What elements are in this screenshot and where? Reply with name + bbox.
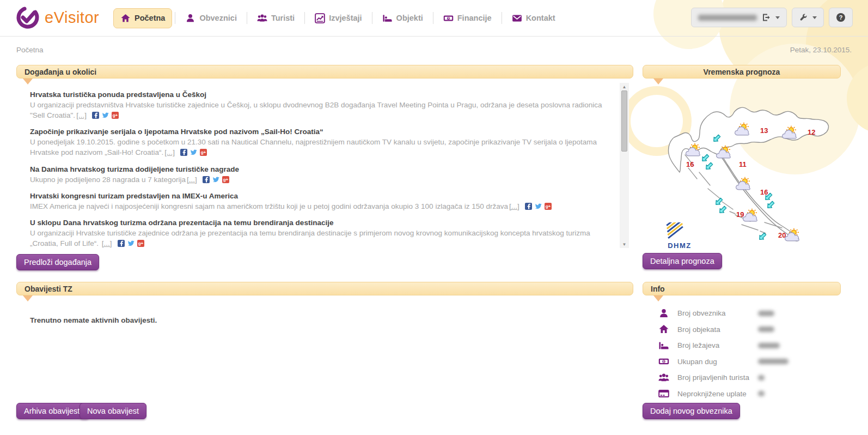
news-more-link[interactable]: [...] [164, 148, 175, 156]
logout-icon [762, 13, 771, 22]
googleplus-icon[interactable] [112, 112, 119, 119]
nav-item-label: Početna [135, 14, 165, 22]
settings-menu-button[interactable] [792, 8, 824, 27]
nav-separator [304, 12, 305, 24]
main-nav: PočetnaObvezniciTuristiIzvještajiObjekti… [113, 0, 563, 36]
nav-item-label: Izvještaji [329, 14, 362, 22]
news-item-title[interactable]: Na Danima hrvatskog turizma dodijeljene … [30, 165, 612, 173]
blurred-value [758, 327, 774, 332]
dhmz-logo: DHMZ [665, 222, 694, 250]
facebook-icon[interactable] [180, 149, 187, 156]
twitter-icon[interactable] [212, 176, 219, 183]
chart-icon [315, 13, 325, 23]
suggest-events-button[interactable]: Predloži događanja [16, 254, 99, 270]
twitter-icon[interactable] [535, 203, 542, 210]
news-item-title[interactable]: Hrvatska turistička ponuda predstavljena… [30, 90, 612, 99]
googleplus-icon[interactable] [545, 203, 552, 210]
weather-panel-title: Vremenska prognoza [704, 68, 780, 76]
notices-panel-header: Obavijesti TZ [16, 282, 633, 295]
blurred-value [758, 311, 774, 316]
news-more-link[interactable]: [...] [102, 239, 112, 247]
user-menu-button[interactable] [691, 8, 787, 27]
nav-item-label: Obveznici [199, 14, 237, 22]
news-item: Hrvatski kongresni turizam predstavljen … [30, 192, 612, 212]
dhmz-logo-text: DHMZ [668, 241, 692, 250]
notices-empty-message: Trenutno nemate aktivnih obavijesti. [30, 316, 157, 324]
info-panel-header: Info [643, 282, 841, 295]
scrollbar-thumb[interactable] [621, 90, 627, 152]
info-rows: Broj obveznikaBroj objekataBroj ležajeva… [658, 305, 838, 402]
evisitor-logo[interactable]: eVisitor [15, 5, 99, 30]
nav-item-objekti[interactable]: Objekti [375, 8, 430, 28]
detailed-forecast-button[interactable]: Detaljna prognoza [643, 253, 722, 269]
help-button[interactable] [829, 8, 853, 27]
googleplus-icon[interactable] [200, 149, 207, 156]
news-more-link[interactable]: [...] [76, 111, 87, 119]
temperature-label: 19 [736, 210, 744, 219]
sun-cloud-icon [736, 177, 750, 190]
news-item-title[interactable]: U sklopu Dana hrvatskog turizma održana … [30, 219, 612, 227]
nav-item-izvjestaji[interactable]: Izvještaji [308, 8, 369, 28]
nav-separator [372, 12, 372, 24]
info-row-label: Broj prijavljenih turista [677, 373, 758, 382]
news-list: Hrvatska turistička ponuda predstavljena… [30, 90, 612, 256]
blurred-value [758, 343, 780, 348]
news-more-link[interactable]: [...] [509, 202, 519, 210]
temperature-label: 13 [760, 126, 768, 135]
info-row: Broj ležajeva [658, 337, 838, 354]
nav-item-pocetna[interactable]: Početna [113, 8, 172, 28]
current-date: Petak, 23.10.2015. [790, 46, 852, 54]
facebook-icon[interactable] [203, 176, 210, 183]
evisitor-logo-text: eVisitor [45, 9, 99, 27]
panel-pointer [23, 295, 33, 301]
nav-separator [502, 12, 502, 24]
nav-item-label: Objekti [396, 14, 423, 22]
scroll-up-arrow[interactable]: ▲ [622, 83, 627, 90]
twitter-icon[interactable] [127, 240, 135, 247]
nav-item-label: Financije [457, 14, 492, 22]
facebook-icon[interactable] [92, 112, 99, 119]
group-icon [658, 372, 670, 383]
news-item: Hrvatska turistička ponuda predstavljena… [30, 90, 612, 120]
share-icons [203, 176, 229, 183]
panel-pointer [653, 78, 663, 84]
news-more-link[interactable]: [...] [187, 176, 197, 184]
scroll-down-arrow[interactable]: ▼ [622, 240, 627, 248]
facebook-icon[interactable] [118, 240, 125, 247]
group-icon [257, 13, 267, 23]
panel-pointer [23, 78, 33, 84]
googleplus-icon[interactable] [137, 240, 144, 247]
news-scrollbar[interactable]: ▲ ▼ [620, 83, 629, 248]
dhmz-logo-icon [665, 222, 694, 241]
sun-cloud-icon [743, 209, 757, 221]
breadcrumb[interactable]: Početna [16, 46, 44, 54]
googleplus-icon[interactable] [222, 176, 229, 183]
nav-item-obveznici[interactable]: Obveznici [178, 8, 244, 28]
blurred-value [758, 375, 765, 380]
events-panel-title: Događanja u okolici [25, 68, 96, 76]
blurred-username [698, 15, 757, 21]
nav-item-turisti[interactable]: Turisti [250, 8, 302, 28]
news-item-title[interactable]: Hrvatski kongresni turizam predstavljen … [30, 192, 612, 200]
twitter-icon[interactable] [102, 112, 109, 119]
nav-item-kontakt[interactable]: Kontakt [505, 8, 563, 28]
nav-item-label: Kontakt [526, 14, 555, 22]
home-icon [658, 324, 670, 335]
nav-item-financije[interactable]: Financije [436, 8, 499, 28]
notices-panel-title: Obavijesti TZ [25, 285, 72, 293]
info-row: Neproknjižene uplate [658, 386, 838, 402]
facebook-icon[interactable] [525, 203, 532, 210]
header-divider [0, 36, 868, 37]
wind-arrow-icon [766, 200, 775, 210]
notices-archive-button[interactable]: Arhiva obavijesti [16, 403, 89, 419]
add-obligor-button[interactable]: Dodaj novog obveznika [643, 403, 740, 419]
news-item-title[interactable]: Započinje prikazivanje serijala o ljepot… [30, 128, 612, 136]
evisitor-app: eVisitor PočetnaObvezniciTuristiIzvješta… [0, 0, 868, 435]
home-icon [120, 13, 131, 23]
card-icon [658, 388, 670, 399]
twitter-icon[interactable] [190, 149, 197, 156]
news-item: Započinje prikazivanje serijala o ljepot… [30, 128, 612, 158]
banknote-icon [443, 13, 454, 23]
person-icon [658, 308, 670, 319]
new-notice-button[interactable]: Nova obavijest [80, 403, 146, 419]
